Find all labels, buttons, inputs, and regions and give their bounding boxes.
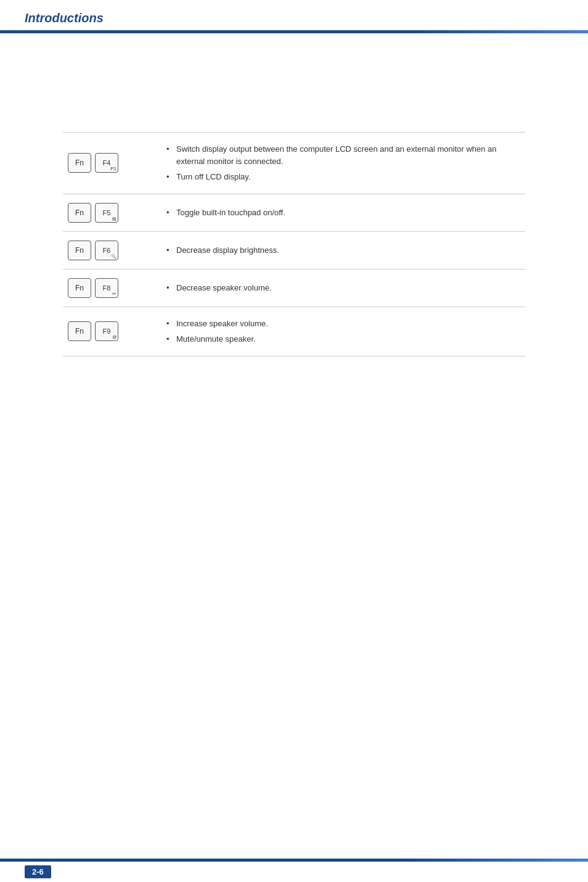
fn-key-fn-f4: Fn: [68, 153, 91, 173]
f-key-fn-f6: F6🔍: [95, 241, 118, 260]
f-key-fn-f9: F9Ø: [95, 321, 118, 341]
page-header: Introductions: [0, 0, 588, 30]
key-desc-fn-f9: Increase speaker volume.Mute/unmute spea…: [161, 307, 525, 356]
bullet-item-fn-f9-1: Mute/unmute speaker.: [166, 331, 520, 347]
key-combo-fn-f6: FnF6🔍: [63, 231, 161, 269]
key-combo-fn-f9: FnF9Ø: [63, 307, 161, 356]
f-key-fn-f5: F5▤: [95, 203, 118, 223]
key-row-fn-f6: FnF6🔍Decrease display brightness.: [63, 231, 525, 269]
key-row-fn-f4: FnF4P1Switch display output between the …: [63, 133, 525, 194]
footer-content: 2-6: [0, 862, 588, 882]
key-table: FnF4P1Switch display output between the …: [63, 132, 525, 357]
key-combo-fn-f8: FnF8✂: [63, 269, 161, 307]
intro-text-block: [25, 46, 563, 120]
bullet-item-fn-f4-0: Switch display output between the comput…: [166, 141, 520, 169]
page-title: Introductions: [25, 11, 563, 25]
bullet-item-fn-f8-0: Decrease speaker volume.: [166, 280, 520, 296]
bullet-list-fn-f6: Decrease display brightness.: [166, 242, 520, 258]
bullet-list-fn-f8: Decrease speaker volume.: [166, 280, 520, 296]
page-number-badge: 2-6: [25, 865, 51, 878]
bullet-item-fn-f6-0: Decrease display brightness.: [166, 242, 520, 258]
key-desc-fn-f6: Decrease display brightness.: [161, 231, 525, 269]
f-key-fn-f8: F8✂: [95, 278, 118, 298]
key-row-fn-f8: FnF8✂Decrease speaker volume.: [63, 269, 525, 307]
key-row-fn-f9: FnF9ØIncrease speaker volume.Mute/unmute…: [63, 307, 525, 356]
fn-key-fn-f9: Fn: [68, 321, 91, 341]
bullet-item-fn-f4-1: Turn off LCD display.: [166, 169, 520, 185]
f-key-fn-f4: F4P1: [95, 153, 118, 173]
bullet-list-fn-f5: Toggle built-in touchpad on/off.: [166, 205, 520, 221]
fn-key-fn-f8: Fn: [68, 278, 91, 298]
page-footer: 2-6: [0, 859, 588, 882]
key-desc-fn-f8: Decrease speaker volume.: [161, 269, 525, 307]
key-desc-fn-f4: Switch display output between the comput…: [161, 133, 525, 194]
bullet-item-fn-f5-0: Toggle built-in touchpad on/off.: [166, 205, 520, 221]
bullet-item-fn-f9-0: Increase speaker volume.: [166, 316, 520, 332]
key-row-fn-f5: FnF5▤Toggle built-in touchpad on/off.: [63, 194, 525, 231]
key-combo-fn-f5: FnF5▤: [63, 194, 161, 231]
key-combo-fn-f4: FnF4P1: [63, 133, 161, 194]
bullet-list-fn-f9: Increase speaker volume.Mute/unmute spea…: [166, 316, 520, 347]
key-desc-fn-f5: Toggle built-in touchpad on/off.: [161, 194, 525, 231]
page-content: FnF4P1Switch display output between the …: [0, 33, 588, 369]
fn-key-fn-f6: Fn: [68, 241, 91, 260]
fn-key-fn-f5: Fn: [68, 203, 91, 223]
bullet-list-fn-f4: Switch display output between the comput…: [166, 141, 520, 185]
